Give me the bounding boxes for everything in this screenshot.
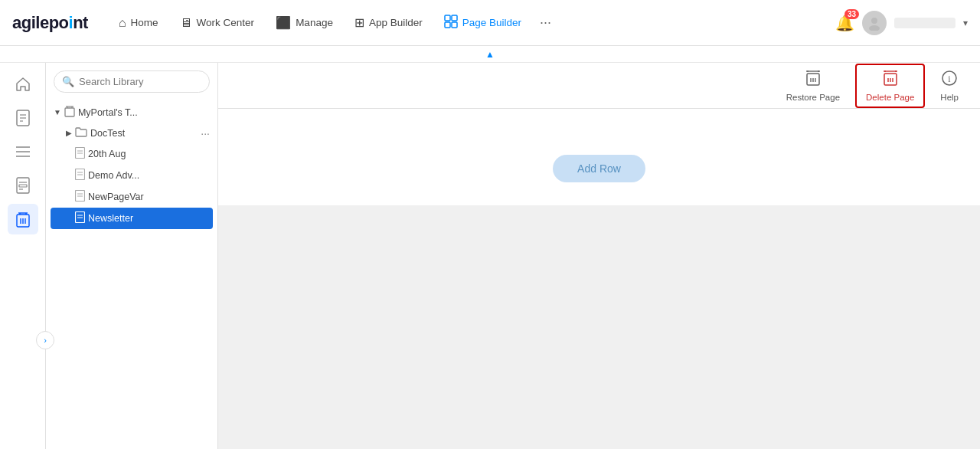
svg-rect-0 <box>445 15 450 21</box>
nav-appbuilder[interactable]: ⊞ App Builder <box>345 11 432 34</box>
svg-rect-24 <box>65 108 74 116</box>
sidebar-icon-list[interactable] <box>8 136 38 167</box>
doctest-label: DocTest <box>90 128 194 139</box>
svg-rect-3 <box>452 22 457 28</box>
home-nav-icon: ⌂ <box>119 16 126 30</box>
sidebar-icon-home[interactable] <box>8 69 38 100</box>
svg-point-4 <box>871 18 877 24</box>
canvas-bottom-area <box>218 205 980 449</box>
page-icon-newpagevar <box>75 190 85 204</box>
restore-page-icon <box>805 70 822 90</box>
search-box[interactable]: 🔍 <box>54 70 210 93</box>
svg-rect-2 <box>445 22 450 28</box>
nav-home[interactable]: ⌂ Home <box>109 11 168 34</box>
library-panel: 🔍 ▼ MyPortal's T... ▶ <box>46 63 218 449</box>
main-layout: › 🔍 ▼ MyPortal's T... <box>0 63 980 449</box>
page-20thaug-label: 20th Aug <box>88 149 126 159</box>
icon-sidebar: › <box>0 63 46 449</box>
sidebar-icon-delete[interactable] <box>8 204 38 234</box>
top-navigation: agilepoint ⌂ Home 🖥 Work Center ⬛ Manage… <box>0 0 980 46</box>
search-icon: 🔍 <box>62 76 74 87</box>
workcenter-nav-icon: 🖥 <box>180 16 192 30</box>
manage-nav-icon: ⬛ <box>276 15 291 30</box>
appbuilder-nav-icon: ⊞ <box>354 15 364 30</box>
user-name-placeholder <box>894 18 956 28</box>
page-icon-demoadv <box>75 169 85 182</box>
chevron-right-icon: › <box>44 336 47 345</box>
nav-pagebuilder-label: Page Builder <box>462 17 521 28</box>
nav-items: ⌂ Home 🖥 Work Center ⬛ Manage ⊞ App Buil… <box>109 10 829 36</box>
root-collapse-icon: ▼ <box>54 108 61 116</box>
doctest-expand-icon: ▶ <box>66 129 72 137</box>
delete-page-label: Delete Page <box>866 93 914 102</box>
nav-manage[interactable]: ⬛ Manage <box>266 11 342 34</box>
restore-page-label: Restore Page <box>786 93 840 102</box>
sidebar-icon-form[interactable] <box>8 170 38 201</box>
tree-root-node[interactable]: ▼ MyPortal's T... <box>51 102 213 123</box>
add-row-button[interactable]: Add Row <box>553 155 645 182</box>
canvas-area: Add Row <box>218 109 980 449</box>
logo: agilepoint <box>12 13 88 33</box>
collapse-bar[interactable]: ▲ <box>0 46 980 63</box>
nav-workcenter-label: Work Center <box>197 17 255 28</box>
restore-page-button[interactable]: Restore Page <box>777 65 849 107</box>
page-newpagevar[interactable]: NewPageVar <box>51 186 213 208</box>
library-tree: ▼ MyPortal's T... ▶ <box>46 102 217 441</box>
page-20thaug[interactable]: 20th Aug <box>51 143 213 165</box>
page-newsletter[interactable]: Newsletter <box>51 208 213 229</box>
doctest-folder-row[interactable]: ▶ DocTest ··· <box>51 123 213 143</box>
help-button[interactable]: i Help <box>931 65 968 107</box>
page-newpagevar-label: NewPageVar <box>88 192 144 202</box>
pagebuilder-nav-icon <box>444 15 458 31</box>
svg-rect-15 <box>19 185 27 187</box>
nav-manage-label: Manage <box>296 17 333 28</box>
nav-more-button[interactable]: ··· <box>534 10 557 35</box>
search-input[interactable] <box>79 76 201 87</box>
root-trash-icon <box>64 105 75 120</box>
help-label: Help <box>940 93 959 102</box>
content-area: Restore Page Delete Page <box>218 63 980 449</box>
svg-rect-1 <box>452 15 457 21</box>
notification-bell[interactable]: 🔔 33 <box>835 14 854 32</box>
delete-page-icon <box>882 70 899 90</box>
sidebar-icon-document[interactable] <box>8 103 38 133</box>
nav-pagebuilder[interactable]: Page Builder <box>435 10 531 36</box>
page-icon-20thaug <box>75 147 85 161</box>
nav-appbuilder-label: App Builder <box>369 17 423 28</box>
doctest-folder-icon <box>75 126 87 139</box>
nav-right: 🔔 33 ▾ <box>835 11 968 35</box>
nav-home-label: Home <box>131 17 158 28</box>
tree-root-label: MyPortal's T... <box>78 107 138 118</box>
user-avatar <box>862 11 887 35</box>
page-newsletter-label: Newsletter <box>88 213 133 224</box>
content-toolbar: Restore Page Delete Page <box>218 63 980 109</box>
svg-text:i: i <box>949 73 952 84</box>
collapse-arrow-icon: ▲ <box>485 49 495 60</box>
doctest-more-button[interactable]: ··· <box>201 127 210 139</box>
page-demoadv-label: Demo Adv... <box>88 170 139 181</box>
help-icon: i <box>941 70 958 90</box>
nav-workcenter[interactable]: 🖥 Work Center <box>171 11 264 34</box>
sidebar-expand-button[interactable]: › <box>36 331 54 349</box>
notification-count: 33 <box>844 9 859 19</box>
svg-point-5 <box>869 25 880 31</box>
user-menu-chevron[interactable]: ▾ <box>963 18 968 28</box>
page-demoadv[interactable]: Demo Adv... <box>51 165 213 186</box>
delete-page-button[interactable]: Delete Page <box>855 64 925 108</box>
page-icon-newsletter <box>75 211 85 225</box>
